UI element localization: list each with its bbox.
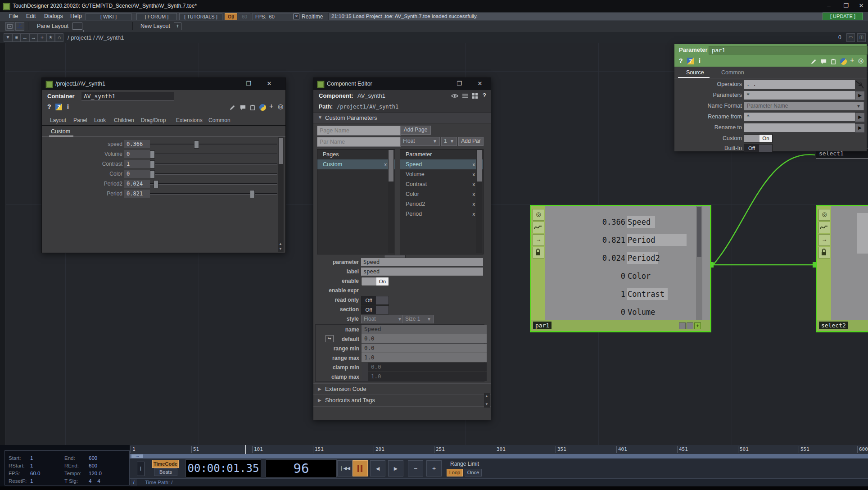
builtin-toggle[interactable]: Off <box>744 144 773 152</box>
menu-dialogs[interactable]: Dialogs <box>44 12 63 21</box>
beats-mode-button[interactable]: Beats <box>154 468 177 476</box>
range-min-cell[interactable]: 0.0 <box>362 344 487 353</box>
tab-extensions[interactable]: Extensions <box>176 117 203 123</box>
stop-icon[interactable]: ■ <box>12 33 21 42</box>
param-value-field[interactable]: 0 <box>124 170 150 178</box>
node-par1-channel-viewer[interactable]: 0.366 Speed 0.821 Period 0.024 Period2 0… <box>545 206 696 320</box>
tutorials-button[interactable]: [ TUTORIALS ] <box>179 13 222 20</box>
python-help-icon[interactable]: ? <box>687 58 694 64</box>
add-par-button[interactable]: Add Par <box>458 137 484 146</box>
pane-split-icon[interactable]: ◫ <box>857 33 866 42</box>
scroll-down-icon[interactable]: ▼ <box>485 402 488 406</box>
star-icon[interactable]: ★ <box>46 33 55 42</box>
lock-flag-icon[interactable] <box>818 247 830 259</box>
delete-param-icon[interactable]: x <box>473 169 475 179</box>
param-slider-track[interactable] <box>150 193 277 195</box>
timecode-display[interactable]: 00:00:01.35 <box>185 459 261 477</box>
page-name-input[interactable] <box>317 126 401 136</box>
params-scrollbar-thumb[interactable] <box>279 138 283 164</box>
edit-pencil-icon[interactable] <box>229 104 236 111</box>
delete-param-icon[interactable]: x <box>473 199 475 209</box>
param-value-field[interactable]: 1 <box>124 160 150 168</box>
maximize-button[interactable]: ❐ <box>243 80 254 87</box>
pane-maximize-icon[interactable]: ▭ <box>846 33 855 42</box>
clamp-min-toggle[interactable] <box>362 363 368 372</box>
eye-icon[interactable] <box>451 93 458 99</box>
python-help-icon[interactable]: ? <box>55 104 62 110</box>
anchor-icon[interactable] <box>15 22 24 31</box>
comment-icon[interactable] <box>240 104 246 111</box>
param-label[interactable]: Color <box>45 170 122 178</box>
param-slider-handle[interactable] <box>154 180 158 188</box>
add-parameter-page-icon[interactable]: + <box>850 56 854 64</box>
splitter-handle[interactable] <box>384 255 406 258</box>
timecode-mode-button[interactable]: TimeCode <box>152 460 179 468</box>
extension-code-section[interactable]: ▶ Extension Code <box>313 383 491 395</box>
param-label[interactable]: Period <box>45 190 122 198</box>
scroll-up-icon[interactable]: ▲ <box>485 394 488 398</box>
info-value[interactable]: 1 <box>30 478 33 484</box>
timeline-ruler[interactable]: 1 51 101 151 201 251 301 351 401 451 501… <box>130 445 868 454</box>
graph-flag-icon[interactable] <box>818 222 830 233</box>
menu-file[interactable]: File <box>9 12 18 21</box>
playhead[interactable] <box>245 445 246 454</box>
home-icon[interactable]: ⌂ <box>55 33 63 42</box>
scroll-down-icon[interactable]: ▼ <box>279 247 282 251</box>
param-value-field[interactable]: 0.821 <box>124 190 150 198</box>
breadcrumb[interactable]: / project1 / AV_synth1 <box>68 34 124 41</box>
scroll-strip-handle[interactable]: ... <box>131 454 143 458</box>
node-par1-name[interactable]: par1 <box>533 322 552 329</box>
frame-display[interactable]: 96 <box>266 459 337 477</box>
range-max-cell[interactable]: 1.0 <box>362 353 487 362</box>
update-button[interactable]: [ UPDATE ] <box>823 13 863 20</box>
maximize-button[interactable]: ❐ <box>453 80 465 87</box>
name-cell[interactable]: Speed <box>362 325 487 334</box>
operator-name-field[interactable]: AV_synth1 <box>81 92 174 101</box>
clamp-max-cell[interactable]: 1.0 <box>368 372 487 381</box>
forum-button[interactable]: [ FORUM ] <box>136 13 177 20</box>
enable-toggle[interactable]: On <box>361 277 389 286</box>
skip-to-start-button[interactable]: ❘◀◀ <box>337 460 353 476</box>
step-back-button[interactable]: ◀ <box>370 460 385 476</box>
info-icon[interactable]: i <box>699 57 701 64</box>
param-value-field[interactable]: 0 <box>124 150 150 158</box>
param-value-field[interactable]: 0.024 <box>124 180 150 188</box>
clamp-min-cell[interactable]: 0.0 <box>368 363 487 372</box>
component-editor-titlebar[interactable]: Component Editor – ❐ ✕ <box>313 78 491 90</box>
maximize-button[interactable]: ❐ <box>839 2 853 9</box>
minimize-button[interactable]: – <box>822 2 836 9</box>
viewer-flag-icon[interactable]: ◎ <box>533 209 544 221</box>
pause-button[interactable] <box>353 460 368 476</box>
default-cell[interactable]: 0.0 <box>362 334 487 343</box>
tab-panel[interactable]: Panel <box>73 117 87 123</box>
menu-arrow-button[interactable]: ▶ <box>855 123 865 133</box>
tab-common[interactable]: Common <box>208 117 231 123</box>
realtime-checkbox[interactable]: ✕ <box>294 14 299 19</box>
copy-parameters-icon[interactable] <box>830 58 837 65</box>
section-toggle[interactable]: Off <box>361 305 389 314</box>
rename-to-field[interactable] <box>744 123 855 132</box>
param-item-volume[interactable]: Volumex <box>400 169 483 179</box>
tab-dragdrop[interactable]: Drag/Drop <box>141 117 166 123</box>
menu-arrow-button[interactable]: ▶ <box>855 91 865 100</box>
node-scrollbar-track[interactable] <box>696 206 702 320</box>
viewer-flag-icon[interactable]: ◎ <box>818 209 830 221</box>
node-add-button[interactable]: + <box>694 322 701 329</box>
tab-layout[interactable]: Layout <box>50 117 66 123</box>
custom-toggle[interactable]: On <box>744 134 773 143</box>
forward-arrow-icon[interactable]: → <box>29 33 38 42</box>
param-item-period2[interactable]: Period2x <box>400 199 483 209</box>
param-slider-handle[interactable] <box>194 141 199 149</box>
minimize-button[interactable]: – <box>432 80 444 87</box>
midi-io-toggle[interactable]: O|I <box>225 13 237 20</box>
style-dropdown[interactable]: Float ▼ <box>361 315 405 323</box>
help-icon[interactable]: ? <box>679 57 683 64</box>
step-forward-button[interactable]: ▶ <box>388 460 403 476</box>
shortcuts-tags-section[interactable]: ▶ Shortcuts and Tags <box>313 395 491 407</box>
decrement-button[interactable]: − <box>408 460 423 476</box>
subrange-button[interactable]: I <box>137 462 145 476</box>
close-button[interactable]: ✕ <box>854 2 868 9</box>
minimize-button[interactable]: – <box>226 80 237 87</box>
page-tab-custom[interactable]: Custom <box>51 128 70 135</box>
node-mini-button[interactable] <box>679 322 686 329</box>
